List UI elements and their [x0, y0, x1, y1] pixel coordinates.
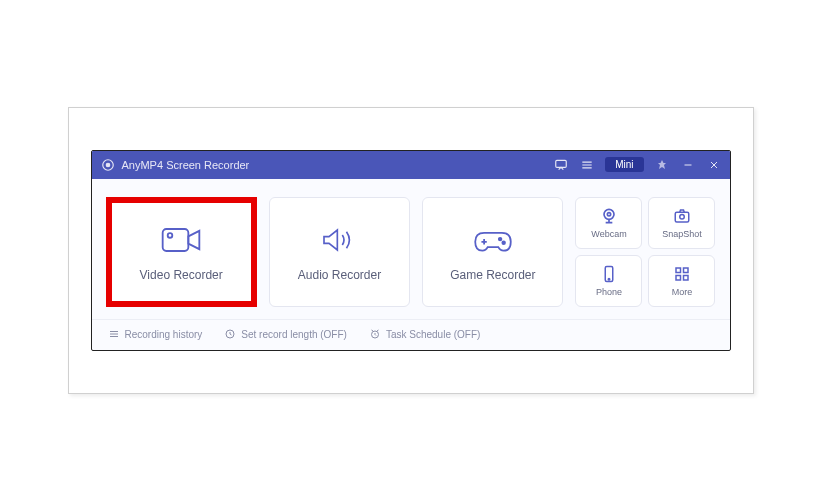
svg-point-10 [168, 233, 173, 238]
webcam-label: Webcam [591, 229, 626, 239]
game-recorder-label: Game Recorder [450, 268, 535, 282]
record-length-label: Set record length (OFF) [241, 329, 347, 340]
screenshot-frame: AnyMP4 Screen Recorder Mini [68, 107, 754, 394]
pin-icon[interactable] [654, 157, 670, 173]
app-logo-icon [100, 157, 116, 173]
svg-rect-9 [163, 229, 189, 251]
webcam-icon [598, 206, 620, 226]
snapshot-label: SnapShot [662, 229, 702, 239]
svg-point-18 [680, 215, 685, 220]
audio-recorder-card[interactable]: Audio Recorder [269, 197, 410, 307]
svg-rect-2 [556, 160, 567, 167]
titlebar: AnyMP4 Screen Recorder Mini [92, 151, 730, 179]
more-label: More [672, 287, 693, 297]
recording-history-link[interactable]: Recording history [108, 328, 203, 342]
app-window: AnyMP4 Screen Recorder Mini [91, 150, 731, 351]
tools-grid: Webcam SnapShot Phone [575, 197, 715, 307]
mini-mode-button[interactable]: Mini [605, 157, 643, 172]
list-icon [108, 328, 120, 342]
video-recorder-label: Video Recorder [140, 268, 223, 282]
audio-recorder-label: Audio Recorder [298, 268, 381, 282]
record-length-link[interactable]: Set record length (OFF) [224, 328, 347, 342]
gamepad-icon [471, 222, 515, 258]
minimize-icon[interactable] [680, 157, 696, 173]
task-schedule-label: Task Schedule (OFF) [386, 329, 480, 340]
svg-rect-23 [676, 276, 681, 281]
app-title: AnyMP4 Screen Recorder [122, 159, 250, 171]
game-recorder-card[interactable]: Game Recorder [422, 197, 563, 307]
grid-icon [671, 264, 693, 284]
feedback-icon[interactable] [553, 157, 569, 173]
svg-rect-17 [675, 212, 689, 222]
svg-point-14 [502, 241, 505, 244]
svg-rect-22 [683, 268, 688, 273]
video-camera-icon [159, 222, 203, 258]
svg-point-13 [499, 237, 502, 240]
footer-bar: Recording history Set record length (OFF… [92, 319, 730, 350]
more-tool[interactable]: More [648, 255, 715, 307]
svg-rect-24 [683, 276, 688, 281]
clock-icon [224, 328, 236, 342]
svg-point-16 [607, 213, 610, 216]
svg-point-1 [106, 163, 110, 167]
svg-point-20 [608, 279, 610, 281]
phone-icon [598, 264, 620, 284]
alarm-icon [369, 328, 381, 342]
close-icon[interactable] [706, 157, 722, 173]
webcam-tool[interactable]: Webcam [575, 197, 642, 249]
svg-point-15 [604, 209, 614, 219]
speaker-icon [317, 222, 361, 258]
phone-label: Phone [596, 287, 622, 297]
phone-tool[interactable]: Phone [575, 255, 642, 307]
video-recorder-card[interactable]: Video Recorder [106, 197, 257, 307]
task-schedule-link[interactable]: Task Schedule (OFF) [369, 328, 480, 342]
menu-icon[interactable] [579, 157, 595, 173]
camera-icon [671, 206, 693, 226]
snapshot-tool[interactable]: SnapShot [648, 197, 715, 249]
recording-history-label: Recording history [125, 329, 203, 340]
svg-rect-21 [676, 268, 681, 273]
main-content: Video Recorder Audio Recorder [92, 179, 730, 319]
